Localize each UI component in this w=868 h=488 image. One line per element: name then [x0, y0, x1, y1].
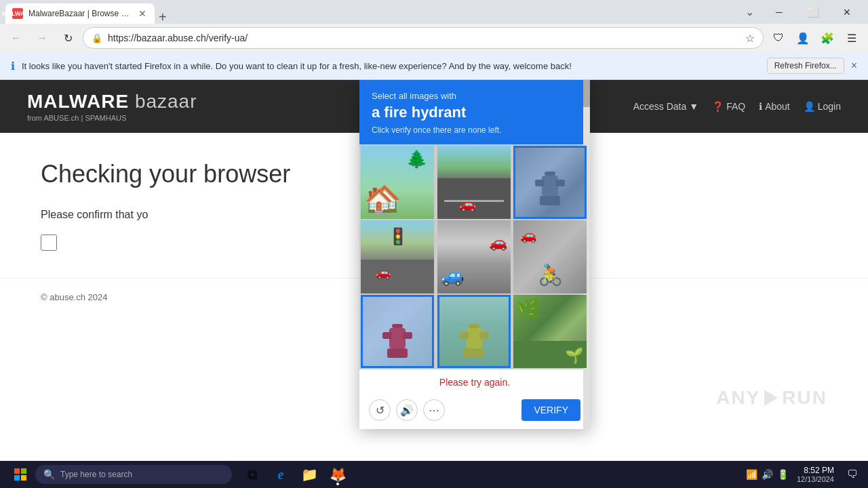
edge-icon: e [278, 467, 284, 483]
captcha-image-2: 🚗 [437, 146, 511, 219]
back-button[interactable]: ← [5, 27, 27, 49]
captcha-image-8 [437, 295, 511, 368]
notification-bar: ℹ It looks like you haven't started Fire… [0, 52, 868, 80]
captcha-cell-9[interactable]: 🌿 🌱 [513, 295, 587, 368]
maximize-button[interactable]: ⬜ [797, 2, 829, 22]
site-nav: Access Data ▼ ❓ FAQ ℹ About 👤 Login [633, 101, 841, 112]
captcha-cell-3[interactable] [513, 146, 587, 219]
refresh-firefox-button[interactable]: Refresh Firefox... [767, 58, 844, 74]
captcha-audio-button[interactable]: 🔊 [396, 399, 418, 421]
selected-overlay-3 [513, 146, 587, 219]
extensions-icon[interactable]: 🧩 [816, 27, 838, 49]
taskbar-sys-icons: 📶 🔊 🔋 [746, 469, 789, 480]
menu-button[interactable]: ☰ [841, 27, 863, 49]
notification-text: It looks like you haven't started Firefo… [22, 61, 760, 71]
captcha-image-grid: 🏠 🌲 🚗 [359, 144, 590, 369]
taskbar-date: 12/13/2024 [797, 475, 834, 483]
minimize-button[interactable]: ─ [764, 2, 795, 22]
svg-rect-15 [14, 468, 20, 474]
selected-overlay-8 [437, 295, 511, 368]
start-button[interactable] [5, 462, 35, 487]
reload-button[interactable]: ↻ [57, 27, 79, 49]
captcha-actions: ↺ 🔊 ⋯ VERIFY [359, 395, 590, 429]
logo-text: MALWARE bazaar [27, 91, 197, 113]
browser-navbar: ← → ↻ 🔒 ☆ 🛡 👤 🧩 ☰ [0, 24, 868, 52]
captcha-instruction-subject: a fire hydrant [372, 104, 578, 121]
taskbar-search-placeholder: Type here to search [60, 470, 132, 479]
bookmark-icon[interactable]: ☆ [745, 32, 755, 45]
address-bar[interactable]: 🔒 ☆ [83, 27, 764, 49]
network-icon[interactable]: 📶 [746, 469, 757, 480]
nav-faq[interactable]: ❓ FAQ [712, 101, 745, 112]
captcha-cell-7[interactable] [361, 295, 434, 368]
captcha-image-5: 🚙 🚗 [437, 220, 511, 293]
captcha-footer: Please try again. [359, 369, 590, 395]
browser-chrome: MALWARE MalwareBazaar | Browse Check... … [0, 0, 868, 80]
anyrun-watermark: ANY RUN [716, 387, 827, 409]
notification-close-button[interactable]: × [851, 60, 857, 72]
captcha-cell-4[interactable]: 🚗 🚦 [361, 220, 434, 293]
close-button[interactable]: ✕ [831, 2, 863, 22]
nav-access-data[interactable]: Access Data ▼ [633, 101, 698, 112]
taskbar-file-explorer[interactable]: 📁 [296, 462, 323, 487]
window-controls: ─ ⬜ ✕ [764, 2, 863, 22]
nav-login[interactable]: 👤 Login [804, 101, 841, 112]
taskbar-clock[interactable]: 8:52 PM 12/13/2024 [794, 466, 837, 483]
taskbar-notification-center[interactable]: 🗨 [842, 462, 863, 487]
svg-rect-18 [21, 475, 26, 481]
logo-subtitle: from ABUSE.ch | SPAMHAUS [27, 114, 197, 122]
volume-icon[interactable]: 🔊 [762, 469, 773, 480]
shield-icon[interactable]: 🛡 [768, 27, 789, 49]
captcha-cell-5[interactable]: 🚙 🚗 [437, 220, 511, 293]
captcha-image-4: 🚗 🚦 [361, 220, 434, 293]
task-view-icon: ⧉ [248, 467, 257, 483]
tab-bar: MALWARE MalwareBazaar | Browse Check... … [5, 0, 736, 24]
page-content: MALWARE bazaar from ABUSE.ch | SPAMHAUS … [0, 80, 868, 463]
active-tab[interactable]: MALWARE MalwareBazaar | Browse Check... … [5, 3, 155, 24]
info-icon: ℹ [11, 60, 15, 73]
captcha-image-7 [361, 295, 434, 368]
url-input[interactable] [108, 33, 740, 43]
captcha-verify-button[interactable]: VERIFY [521, 399, 580, 421]
captcha-scrollbar-thumb[interactable] [583, 80, 590, 107]
captcha-image-3 [513, 146, 587, 219]
tab-overflow-button[interactable]: ⌄ [741, 5, 758, 18]
captcha-cell-8[interactable] [437, 295, 511, 368]
captcha-image-6: 🚴 🚗 [513, 220, 587, 293]
tab-title: MalwareBazaar | Browse Check... [28, 9, 132, 18]
captcha-cell-2[interactable]: 🚗 [437, 146, 511, 219]
battery-icon[interactable]: 🔋 [777, 469, 789, 480]
forward-button[interactable]: → [31, 27, 53, 49]
profile-icon[interactable]: 👤 [792, 27, 814, 49]
taskbar: 🔍 Type here to search ⧉ e 📁 🦊 📶 🔊 🔋 8:52… [0, 461, 868, 488]
taskbar-apps: ⧉ e 📁 🦊 [239, 462, 351, 487]
svg-rect-16 [21, 468, 26, 474]
nav-about[interactable]: ℹ About [759, 101, 790, 112]
taskbar-edge[interactable]: e [267, 462, 294, 487]
taskbar-task-view[interactable]: ⧉ [239, 462, 266, 487]
svg-rect-17 [14, 475, 20, 481]
captcha-refresh-button[interactable]: ↺ [369, 399, 391, 421]
selected-overlay-7 [361, 295, 434, 368]
taskbar-time: 8:52 PM [797, 466, 834, 475]
taskbar-search-box[interactable]: 🔍 Type here to search [35, 465, 232, 484]
taskbar-firefox[interactable]: 🦊 [324, 462, 351, 487]
taskbar-right: 📶 🔊 🔋 8:52 PM 12/13/2024 🗨 [746, 462, 863, 487]
captcha-image-9: 🌿 🌱 [513, 295, 587, 368]
site-logo: MALWARE bazaar from ABUSE.ch | SPAMHAUS [27, 91, 197, 122]
new-tab-button[interactable]: + [155, 10, 171, 24]
captcha-modal: Select all images with a fire hydrant Cl… [359, 80, 590, 429]
captcha-cell-1[interactable]: 🏠 🌲 [361, 146, 434, 219]
captcha-error-message: Please try again. [439, 377, 510, 388]
captcha-cell-6[interactable]: 🚴 🚗 [513, 220, 587, 293]
firefox-icon: 🦊 [330, 466, 347, 483]
notification-icon: 🗨 [847, 468, 858, 481]
human-checkbox[interactable] [41, 235, 57, 251]
captcha-header: Select all images with a fire hydrant Cl… [359, 80, 590, 144]
captcha-instruction-sub: Click verify once there are none left. [372, 125, 578, 135]
captcha-info-button[interactable]: ⋯ [423, 399, 445, 421]
lock-icon: 🔒 [92, 33, 102, 43]
file-explorer-icon: 📁 [301, 466, 318, 483]
captcha-image-1: 🏠 🌲 [361, 146, 434, 219]
tab-close-button[interactable]: ✕ [137, 7, 148, 20]
